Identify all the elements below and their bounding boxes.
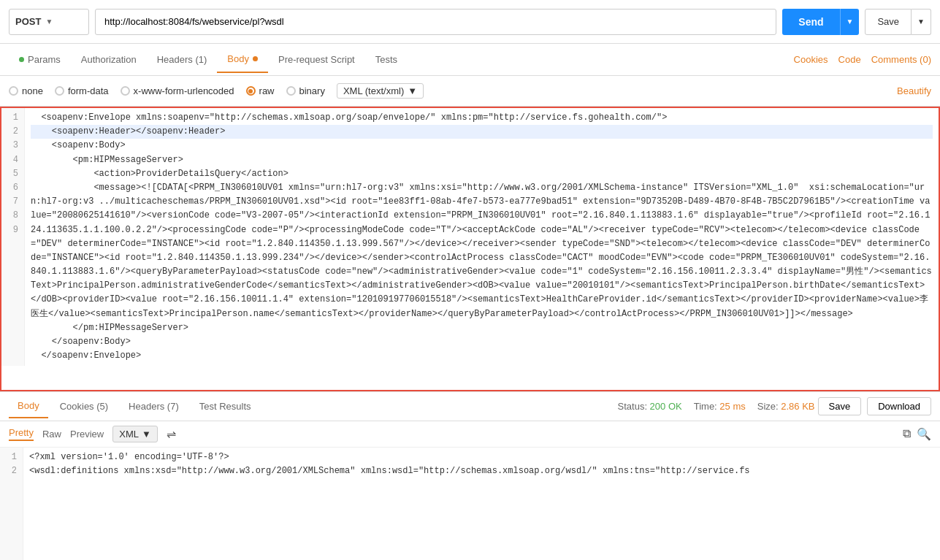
line-number: 8 xyxy=(7,209,18,223)
line-number: 1 xyxy=(7,111,18,125)
none-label: none xyxy=(22,85,43,96)
response-status: Status: 200 OK Time: 25 ms Size: 2.86 KB xyxy=(618,401,815,412)
params-dot xyxy=(19,57,24,62)
view-raw[interactable]: Raw xyxy=(42,429,61,440)
line-number: 9 xyxy=(7,223,18,237)
tab-right-actions: Cookies Code Comments (0) xyxy=(794,54,931,65)
line-number: 4 xyxy=(7,153,18,167)
editor-content: 123456789 <soapenv:Envelope xmlns:soapen… xyxy=(1,108,939,366)
response-save-button[interactable]: Save xyxy=(818,397,862,415)
none-radio-circle xyxy=(9,86,18,96)
line-number: 5 xyxy=(7,167,18,181)
view-pretty[interactable]: Pretty xyxy=(9,427,34,441)
code-line: <soapenv:Envelope xmlns:soapenv="http://… xyxy=(31,111,933,125)
response-code-content: <?xml version='1.0' encoding='UTF-8'?><w… xyxy=(23,448,940,560)
view-preview[interactable]: Preview xyxy=(70,429,104,440)
save-button-group: Save ▼ xyxy=(865,9,931,35)
binary-radio-circle xyxy=(286,86,296,96)
copy-icon[interactable]: ⧉ xyxy=(903,427,911,441)
body-dot xyxy=(253,56,258,61)
status-label: Status: 200 OK xyxy=(618,401,682,412)
code-line: <soapenv:Header></soapenv:Header> xyxy=(31,125,933,139)
send-button-group: Send ▼ xyxy=(782,9,859,35)
save-dropdown-button[interactable]: ▼ xyxy=(912,9,931,35)
request-editor[interactable]: 123456789 <soapenv:Envelope xmlns:soapen… xyxy=(0,107,940,391)
tab-tests-label: Tests xyxy=(375,54,397,65)
code-line: </soapenv:Body> xyxy=(31,335,933,349)
form-data-radio[interactable]: form-data xyxy=(55,85,109,96)
resp-tab-headers[interactable]: Headers (7) xyxy=(120,395,188,418)
beautify-button[interactable]: Beautify xyxy=(897,85,931,96)
response-tabs: Body Cookies (5) Headers (7) Test Result… xyxy=(0,392,940,421)
response-xml-select[interactable]: XML ▼ xyxy=(112,426,158,442)
comments-link[interactable]: Comments (0) xyxy=(871,54,931,65)
resp-code-line: <wsdl:definitions xmlns:xsd="http://www.… xyxy=(29,464,934,478)
resp-code-line: <?xml version='1.0' encoding='UTF-8'?> xyxy=(29,450,934,464)
tab-headers[interactable]: Headers (1) xyxy=(147,47,218,72)
resp-tab-test-results[interactable]: Test Results xyxy=(191,395,260,418)
line-numbers: 123456789 xyxy=(1,108,25,366)
tab-tests[interactable]: Tests xyxy=(365,47,408,72)
tab-body-label: Body xyxy=(227,53,249,64)
line-number: 7 xyxy=(7,195,18,209)
cookies-link[interactable]: Cookies xyxy=(794,54,828,65)
wrap-icon[interactable]: ⇌ xyxy=(167,427,176,441)
tab-body[interactable]: Body xyxy=(217,46,268,73)
time-value: 25 ms xyxy=(719,401,745,412)
xml-type-select[interactable]: XML (text/xml) ▼ xyxy=(337,83,424,99)
none-radio[interactable]: none xyxy=(9,85,43,96)
code-lines[interactable]: <soapenv:Envelope xmlns:soapenv="http://… xyxy=(25,108,939,366)
urlencoded-label: x-www-form-urlencoded xyxy=(134,85,234,96)
urlencoded-radio[interactable]: x-www-form-urlencoded xyxy=(121,85,234,96)
code-line: <soapenv:Body> xyxy=(31,139,933,153)
tab-pre-request[interactable]: Pre-request Script xyxy=(268,47,365,72)
raw-radio-circle xyxy=(246,86,256,96)
urlencoded-radio-circle xyxy=(121,86,130,96)
xml-type-label: XML (text/xml) xyxy=(343,85,404,96)
method-chevron-icon: ▼ xyxy=(45,18,53,26)
method-select[interactable]: POST ▼ xyxy=(9,9,89,35)
resp-line-number: 2 xyxy=(6,464,17,478)
form-data-label: form-data xyxy=(68,85,109,96)
code-line: </soapenv:Envelope> xyxy=(31,349,933,363)
tab-authorization[interactable]: Authorization xyxy=(71,47,147,72)
binary-radio[interactable]: binary xyxy=(286,85,325,96)
send-button[interactable]: Send xyxy=(782,9,839,35)
response-icon-actions: ⧉ 🔍 xyxy=(903,427,931,441)
line-number: 6 xyxy=(7,181,18,195)
size-value: 2.86 KB xyxy=(781,401,814,412)
code-line: <pm:HIPMessageServer> xyxy=(31,153,933,167)
tabs-nav: Params Authorization Headers (1) Body Pr… xyxy=(0,44,940,76)
size-label: Size: 2.86 KB xyxy=(757,401,815,412)
send-dropdown-button[interactable]: ▼ xyxy=(840,9,860,35)
resp-tab-cookies[interactable]: Cookies (5) xyxy=(51,395,117,418)
tab-authorization-label: Authorization xyxy=(81,54,137,65)
tab-params[interactable]: Params xyxy=(9,47,71,72)
search-icon[interactable]: 🔍 xyxy=(917,427,931,441)
response-code-area[interactable]: 12 <?xml version='1.0' encoding='UTF-8'?… xyxy=(0,448,940,560)
form-data-radio-circle xyxy=(55,86,64,96)
response-section: Body Cookies (5) Headers (7) Test Result… xyxy=(0,391,940,560)
resp-tab-body[interactable]: Body xyxy=(9,394,48,418)
time-label: Time: 25 ms xyxy=(694,401,746,412)
response-actions: Save Download xyxy=(818,397,931,415)
binary-label: binary xyxy=(299,85,325,96)
response-view-bar: Pretty Raw Preview XML ▼ ⇌ ⧉ 🔍 xyxy=(0,421,940,448)
status-value: 200 OK xyxy=(650,401,682,412)
download-button[interactable]: Download xyxy=(867,397,931,415)
code-line: <action>ProviderDetailsQuery</action> xyxy=(31,167,933,181)
response-format-chevron-icon: ▼ xyxy=(142,429,151,440)
line-number: 2 xyxy=(7,125,18,139)
code-link[interactable]: Code xyxy=(838,54,861,65)
save-button[interactable]: Save xyxy=(865,9,912,35)
line-number: 3 xyxy=(7,139,18,153)
url-input[interactable] xyxy=(95,9,776,35)
resp-line-number: 1 xyxy=(6,450,17,464)
raw-radio[interactable]: raw xyxy=(246,85,275,96)
method-label: POST xyxy=(15,16,41,27)
tab-params-label: Params xyxy=(28,54,61,65)
code-line: <message><![CDATA[<PRPM_IN306010UV01 xml… xyxy=(31,181,933,321)
raw-label: raw xyxy=(259,85,275,96)
response-line-numbers: 12 xyxy=(0,448,23,560)
toolbar: POST ▼ Send ▼ Save ▼ xyxy=(0,0,940,44)
